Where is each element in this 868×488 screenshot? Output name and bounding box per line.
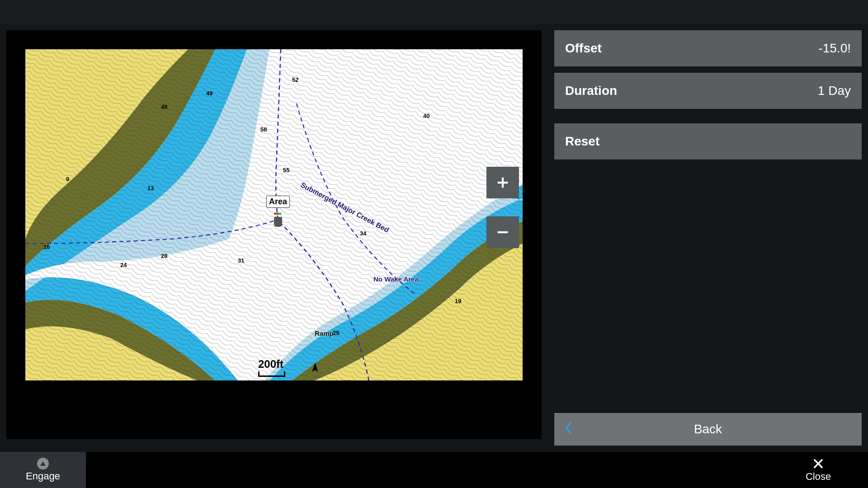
bottom-bar: Engage Close	[0, 452, 868, 488]
depth-value: 9	[66, 176, 69, 183]
zoom-out-button[interactable]	[486, 216, 519, 248]
map-label-ramp: Ramp	[315, 329, 334, 337]
close-icon	[812, 457, 825, 470]
close-label: Close	[806, 471, 831, 483]
minus-icon	[495, 225, 510, 240]
depth-value: 34	[360, 230, 366, 237]
reset-label: Reset	[565, 134, 599, 149]
engage-icon	[37, 458, 49, 469]
chart-frame: Area 9 13 16 24 28 31 34 40 48 49 52 55 …	[6, 30, 542, 439]
duration-button[interactable]: Duration 1 Day	[554, 73, 862, 109]
engage-label: Engage	[26, 470, 60, 482]
duration-value: 1 Day	[818, 84, 851, 98]
depth-value: 48	[161, 103, 167, 110]
offset-button[interactable]: Offset -15.0!	[554, 30, 862, 66]
boat-icon	[274, 208, 282, 227]
duration-label: Duration	[565, 84, 617, 98]
depth-value: 31	[238, 257, 244, 264]
depth-value: 58	[260, 126, 267, 133]
main-area: Area 9 13 16 24 28 31 34 40 48 49 52 55 …	[0, 24, 868, 452]
offset-value: -15.0!	[818, 41, 851, 56]
reset-button[interactable]: Reset	[554, 123, 862, 160]
zoom-in-button[interactable]	[486, 167, 519, 198]
close-button[interactable]: Close	[769, 452, 868, 488]
depth-value: 25	[333, 329, 339, 336]
offset-label: Offset	[565, 41, 602, 56]
chevron-left-icon	[564, 421, 573, 438]
map-label-nowake: No Wake Area	[373, 275, 419, 283]
depth-value: 40	[423, 113, 429, 119]
north-arrow-icon	[310, 362, 320, 377]
scale-text: 200ft	[258, 358, 285, 371]
nautical-chart[interactable]: Area 9 13 16 24 28 31 34 40 48 49 52 55 …	[25, 49, 523, 380]
depth-value: 28	[161, 253, 167, 259]
area-marker-label: Area	[266, 196, 290, 208]
depth-value: 13	[147, 185, 154, 192]
engage-button[interactable]: Engage	[0, 452, 86, 488]
back-button[interactable]: Back	[554, 413, 862, 446]
top-bar	[0, 0, 868, 24]
depth-value: 16	[43, 244, 50, 250]
depth-value: 24	[120, 262, 127, 268]
depth-value: 55	[283, 167, 289, 174]
depth-value: 49	[206, 90, 212, 97]
scale-bar: 200ft	[258, 358, 285, 377]
side-panel: Offset -15.0! Duration 1 Day Reset Back	[554, 24, 862, 452]
back-label: Back	[694, 422, 722, 436]
depth-value: 52	[292, 76, 298, 83]
plus-icon	[495, 175, 510, 190]
depth-value: 19	[455, 298, 461, 305]
